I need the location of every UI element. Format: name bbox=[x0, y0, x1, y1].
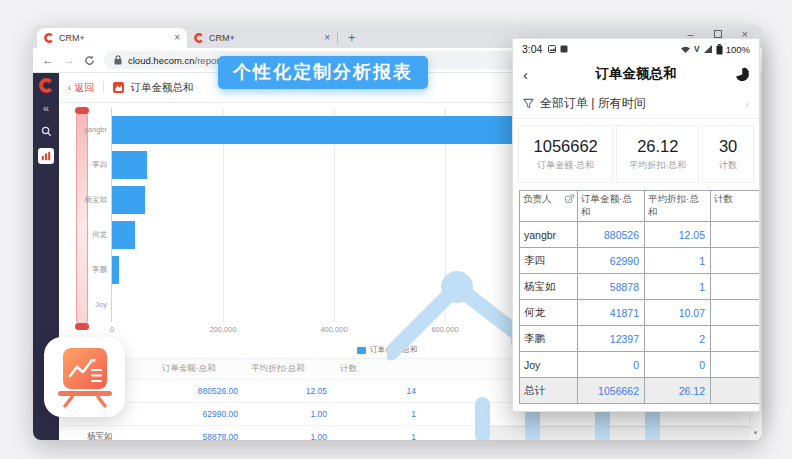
phone-page-title: 订单金额总和 bbox=[553, 65, 719, 83]
chart-category-label: Joy bbox=[59, 291, 107, 319]
phone-discount-cell: 12.05 bbox=[645, 222, 711, 248]
chart-bar-李四[interactable] bbox=[112, 151, 147, 179]
phone-owner-cell: 总计 bbox=[520, 378, 578, 404]
reload-icon[interactable] bbox=[84, 55, 95, 66]
phone-summary-row: 1056662 订单金额·总和 26.12 平均折扣·总和 30 计数 bbox=[513, 125, 759, 183]
hecom-favicon bbox=[44, 33, 54, 43]
tab-divider bbox=[337, 32, 338, 44]
detail-count-cell: 14 bbox=[337, 386, 426, 396]
legend-label: 订单金额·总和 bbox=[370, 345, 418, 355]
phone-table-header-cell: 平均折扣·总和 bbox=[645, 191, 711, 222]
tab-close-icon[interactable]: × bbox=[174, 33, 180, 43]
hecom-logo bbox=[39, 78, 54, 93]
back-chevron-icon: ‹ bbox=[68, 82, 71, 93]
phone-table-row[interactable]: 杨宝如588781 bbox=[520, 274, 761, 300]
phone-table-row[interactable]: Joy00 bbox=[520, 352, 761, 378]
phone-amount-cell: 62990 bbox=[578, 248, 645, 274]
phone-table-header-label: 计数 bbox=[714, 193, 733, 204]
chart-legend[interactable]: 订单金额·总和 bbox=[357, 345, 418, 355]
phone-amount-cell: 58878 bbox=[578, 274, 645, 300]
detail-count-cell: 1 bbox=[337, 432, 426, 440]
notification-app-icon bbox=[560, 45, 568, 53]
back-nav-icon[interactable]: ← bbox=[42, 53, 54, 67]
sidebar-collapse-icon[interactable]: « bbox=[43, 102, 49, 114]
sidebar-search-icon[interactable] bbox=[38, 123, 54, 139]
phone-table-header-cell: 计数 bbox=[711, 191, 761, 222]
chart-category-label: 杨宝如 bbox=[59, 186, 107, 214]
wifi-icon bbox=[680, 45, 691, 54]
phone-discount-cell: 10.07 bbox=[645, 300, 711, 326]
signal-icon bbox=[703, 45, 713, 54]
notification-photo-icon bbox=[548, 45, 556, 53]
browser-tab-1[interactable]: CRM+ × bbox=[37, 28, 187, 48]
forward-nav-icon: → bbox=[63, 53, 75, 67]
report-float-button[interactable] bbox=[44, 337, 125, 417]
phone-discount-cell: 1 bbox=[645, 274, 711, 300]
phone-discount-cell: 1 bbox=[645, 248, 711, 274]
phone-table-total-row[interactable]: 总计105666226.12 bbox=[520, 378, 761, 404]
chart-tick-label: 200,000 bbox=[209, 325, 236, 334]
toolbar-divider bbox=[103, 82, 104, 93]
filter-chevron-icon: › bbox=[745, 98, 749, 110]
phone-owner-cell: yangbr bbox=[520, 222, 578, 248]
phone-table-header-row: 负责人订单金额·总和平均折扣·总和计数 bbox=[520, 191, 761, 222]
chart-category-label: 李鹏 bbox=[59, 256, 107, 284]
phone-filter-row[interactable]: 全部订单 | 所有时间 › bbox=[513, 89, 759, 119]
tab-close-icon[interactable]: × bbox=[324, 33, 330, 43]
chart-category-label: yangbr bbox=[59, 116, 107, 144]
legend-swatch bbox=[357, 347, 366, 354]
phone-amount-cell: 0 bbox=[578, 352, 645, 378]
url-domain: cloud.hecom.cn bbox=[128, 55, 195, 66]
phone-table-header-cell: 订单金额·总和 bbox=[578, 191, 645, 222]
chart-bar-李鹏[interactable] bbox=[112, 256, 119, 284]
detail-table-header-cell: 订单金额·总和 bbox=[159, 363, 248, 375]
phone-status-bar: 3:04 V 100% bbox=[513, 39, 759, 59]
chart-category-label: 何龙 bbox=[59, 221, 107, 249]
phone-table-header-label: 平均折扣·总和 bbox=[648, 193, 699, 217]
filter-text: 全部订单 | 所有时间 bbox=[540, 95, 646, 112]
phone-table-header-label: 订单金额·总和 bbox=[581, 193, 632, 217]
pie-chart-icon[interactable] bbox=[734, 67, 749, 82]
phone-data-table: 负责人订单金额·总和平均折扣·总和计数 yangbr88052612.05李四6… bbox=[519, 190, 760, 404]
phone-table-row[interactable]: 李鹏123972 bbox=[520, 326, 761, 352]
phone-table-row[interactable]: yangbr88052612.05 bbox=[520, 222, 761, 248]
detail-amount-cell: 58878.00 bbox=[159, 432, 248, 440]
phone-table-row[interactable]: 李四629901 bbox=[520, 248, 761, 274]
back-link[interactable]: ‹ 返回 bbox=[68, 81, 94, 95]
horizontal-scrollbar[interactable] bbox=[486, 426, 749, 440]
chart-tick-label: 600,000 bbox=[431, 325, 458, 334]
phone-owner-cell: 何龙 bbox=[520, 300, 578, 326]
sidebar-item-report[interactable] bbox=[38, 148, 54, 164]
phone-owner-cell: 李四 bbox=[520, 248, 578, 274]
maximize-button[interactable] bbox=[714, 30, 722, 38]
summary-count: 30 计数 bbox=[702, 125, 754, 183]
chart-bar-何龙[interactable] bbox=[112, 221, 135, 249]
chart-category-label: 李四 bbox=[59, 151, 107, 179]
chart-tick-label: 400,000 bbox=[320, 325, 347, 334]
chart-bar-杨宝如[interactable] bbox=[112, 186, 145, 214]
phone-discount-cell: 0 bbox=[645, 352, 711, 378]
new-tab-button[interactable]: + bbox=[348, 30, 356, 45]
detail-amount-cell: 62990.00 bbox=[159, 409, 248, 419]
phone-owner-cell: 杨宝如 bbox=[520, 274, 578, 300]
phone-discount-cell: 26.12 bbox=[645, 378, 711, 404]
phone-owner-cell: Joy bbox=[520, 352, 578, 378]
phone-table-row[interactable]: 何龙4187110.07 bbox=[520, 300, 761, 326]
browser-tab-2[interactable]: CRM+ × bbox=[187, 28, 337, 48]
phone-amount-cell: 880526 bbox=[578, 222, 645, 248]
scroll-down-button[interactable]: ▼ bbox=[749, 426, 762, 440]
phone-table-header-cell: 负责人 bbox=[520, 191, 578, 222]
lock-icon bbox=[114, 55, 122, 65]
detail-table-header-cell: 平均折扣·总和 bbox=[248, 363, 337, 375]
page-title: 订单金额总和 bbox=[130, 81, 193, 95]
phone-amount-cell: 12397 bbox=[578, 326, 645, 352]
caption-badge: 个性化定制分析报表 bbox=[218, 56, 428, 89]
detail-table-header-cell: 计数 bbox=[337, 363, 426, 375]
phone-preview-panel: 3:04 V 100% ‹ 订单金额总和 全部订单 | 所有时间 › 10566… bbox=[512, 38, 760, 412]
tab-title: CRM+ bbox=[59, 33, 169, 43]
detail-discount-cell: 12.05 bbox=[248, 386, 337, 396]
phone-count-cell bbox=[711, 326, 761, 352]
phone-back-icon[interactable]: ‹ bbox=[523, 66, 553, 83]
battery-icon bbox=[716, 44, 723, 55]
dimension-switch-icon[interactable] bbox=[565, 194, 574, 203]
